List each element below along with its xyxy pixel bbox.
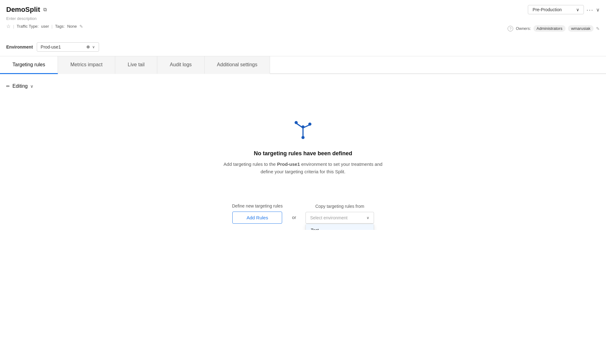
- empty-state: No targeting rules have been defined Add…: [6, 98, 600, 188]
- owners-help-icon[interactable]: ?: [508, 26, 513, 31]
- select-env-placeholder: Select environment: [310, 215, 348, 220]
- tags-value: None: [67, 24, 77, 29]
- page-title: DemoSplit: [6, 6, 40, 14]
- editing-bar[interactable]: ✏ Editing ∨: [6, 80, 600, 92]
- env-name-bold: Prod-use1: [277, 161, 300, 167]
- empty-state-title: No targeting rules have been defined: [254, 150, 352, 157]
- owner-wmarusiak: wmarusiak: [568, 25, 594, 32]
- define-rules-label: Define new targeting rules: [232, 203, 283, 208]
- environment-value: Prod-use1: [41, 44, 61, 49]
- tab-audit-logs[interactable]: Audit logs: [157, 56, 204, 74]
- select-env-chevron-icon: ∨: [367, 216, 369, 220]
- env-dropdown-label: Pre-Production: [533, 7, 561, 12]
- collapse-button[interactable]: ∨: [596, 7, 600, 13]
- traffic-type-value: user: [41, 24, 49, 29]
- copy-rules-group: Copy targeting rules from Select environ…: [305, 204, 374, 224]
- tabs-container: Targeting rules Metrics impact Live tail…: [0, 56, 606, 74]
- or-separator: or: [292, 215, 296, 224]
- more-options-button[interactable]: ···: [586, 6, 594, 13]
- svg-point-3: [301, 125, 305, 128]
- svg-point-4: [295, 121, 298, 124]
- owners-edit-icon[interactable]: ✎: [596, 26, 600, 31]
- env-status-dot: [87, 45, 90, 49]
- tab-additional-settings[interactable]: Additional settings: [205, 56, 270, 74]
- split-diagram-icon: [291, 117, 315, 143]
- description-field[interactable]: Enter description: [6, 16, 600, 21]
- tab-metrics-impact[interactable]: Metrics impact: [58, 56, 115, 74]
- editing-pencil-icon: ✏: [6, 84, 10, 89]
- environment-dropdown-list: Test: [305, 224, 374, 230]
- define-rules-group: Define new targeting rules Add Rules: [232, 203, 283, 224]
- editing-label: Editing: [12, 83, 28, 89]
- actions-row: Define new targeting rules Add Rules or …: [6, 203, 600, 224]
- svg-point-5: [308, 123, 311, 126]
- env-chevron-icon: ∨: [92, 45, 95, 49]
- environment-select[interactable]: Prod-use1 ∨: [37, 42, 99, 52]
- main-content: ✏ Editing ∨ No targeti: [0, 74, 606, 230]
- svg-point-6: [301, 136, 305, 139]
- select-environment-dropdown[interactable]: Select environment ∨: [305, 212, 374, 224]
- editing-chevron-icon: ∨: [30, 84, 33, 89]
- environment-label: Environment: [6, 44, 33, 49]
- tab-live-tail[interactable]: Live tail: [115, 56, 157, 74]
- owners-label: Owners:: [516, 26, 531, 31]
- copy-rules-label: Copy targeting rules from: [315, 204, 364, 209]
- tags-label: Tags:: [55, 24, 65, 29]
- dropdown-option-test[interactable]: Test: [306, 224, 374, 230]
- select-env-wrapper: Select environment ∨ Test: [305, 212, 374, 224]
- traffic-type-label: Traffic Type:: [17, 24, 39, 29]
- favorite-icon[interactable]: ☆: [6, 23, 11, 29]
- tab-targeting-rules[interactable]: Targeting rules: [0, 56, 58, 74]
- empty-state-description: Add targeting rules to the Prod-use1 env…: [222, 161, 384, 175]
- add-rules-button[interactable]: Add Rules: [232, 212, 282, 224]
- copy-icon[interactable]: ⧉: [43, 7, 47, 12]
- environment-dropdown[interactable]: Pre-Production ∨: [528, 5, 584, 14]
- owner-administrators: Administrators: [533, 25, 566, 32]
- chevron-down-icon: ∨: [576, 7, 579, 12]
- tags-edit-icon[interactable]: ✎: [79, 24, 83, 29]
